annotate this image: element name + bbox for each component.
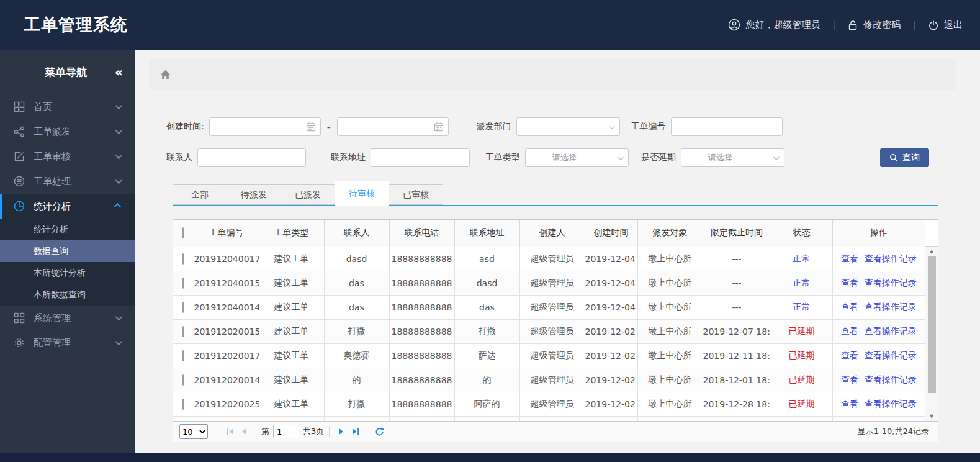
view-link[interactable]: 查看 bbox=[841, 253, 858, 263]
view-log-link[interactable]: 查看操作记录 bbox=[865, 326, 917, 336]
view-log-link[interactable]: 查看操作记录 bbox=[865, 399, 917, 409]
cell-create-time: 2019-12-04 15 bbox=[585, 247, 637, 271]
sidebar-item-order-review[interactable]: 工单审核 bbox=[0, 144, 135, 169]
cell-type: 建议工单 bbox=[259, 319, 324, 343]
row-checkbox[interactable] bbox=[182, 253, 184, 265]
tab-reviewed[interactable]: 已审核 bbox=[389, 184, 443, 205]
sidebar-subitem-data-query[interactable]: 数据查询 bbox=[0, 240, 135, 262]
create-time-end-input[interactable] bbox=[337, 117, 449, 136]
search-icon bbox=[889, 153, 898, 162]
first-page-button[interactable] bbox=[223, 425, 237, 438]
cell-address: asd bbox=[454, 247, 519, 271]
sidebar-item-system-mgmt[interactable]: 系统管理 bbox=[0, 306, 135, 330]
view-log-link[interactable]: 查看操作记录 bbox=[865, 374, 917, 384]
cell-actions: 查看查看操作记录 bbox=[832, 392, 925, 416]
row-select-cell bbox=[173, 368, 194, 392]
cell-empty bbox=[324, 416, 389, 421]
order-no-input[interactable] bbox=[671, 117, 783, 136]
create-time-label: 创建时间: bbox=[166, 121, 204, 132]
view-link[interactable]: 查看 bbox=[841, 399, 858, 409]
sidebar-subitem-stats-analysis-sub[interactable]: 统计分析 bbox=[0, 219, 135, 240]
address-input[interactable] bbox=[371, 148, 470, 167]
cell-status: 已延期 bbox=[771, 343, 832, 368]
table-row: 201912040014C建议工单das18888888888das超级管理员2… bbox=[173, 295, 925, 319]
scroll-up-icon[interactable]: ▲ bbox=[925, 248, 938, 254]
sidebar-item-label: 配置管理 bbox=[34, 337, 71, 349]
user-greeting[interactable]: 您好，超级管理员 bbox=[728, 19, 820, 31]
order-type-select[interactable]: -------请选择------- bbox=[525, 148, 629, 167]
sidebar-item-config-mgmt[interactable]: 配置管理 bbox=[0, 330, 135, 355]
cell-status: 正常 bbox=[771, 271, 832, 295]
contact-input[interactable] bbox=[197, 148, 306, 167]
cell-type: 建议工单 bbox=[259, 271, 324, 295]
main-content: 创建时间: - 派发部门 bbox=[135, 50, 980, 453]
cell-actions: 查看查看操作记录 bbox=[832, 368, 925, 392]
view-log-link[interactable]: 查看操作记录 bbox=[865, 253, 917, 263]
cell-creator: 超级管理员 bbox=[519, 392, 585, 416]
next-page-button[interactable] bbox=[335, 425, 348, 438]
search-button[interactable]: 查询 bbox=[880, 148, 929, 167]
prev-page-button[interactable] bbox=[237, 425, 251, 438]
table-row: 201912020015C建议工单打撒18888888888打撒超级管理员201… bbox=[173, 319, 925, 343]
view-link[interactable]: 查看 bbox=[841, 374, 858, 384]
view-log-link[interactable]: 查看操作记录 bbox=[865, 278, 917, 288]
cell-order-no: 201912020014C bbox=[194, 368, 259, 392]
breadcrumb bbox=[149, 59, 956, 90]
select-all-checkbox[interactable] bbox=[182, 227, 184, 238]
calendar-icon[interactable] bbox=[306, 122, 316, 132]
view-log-link[interactable]: 查看操作记录 bbox=[865, 302, 917, 312]
sidebar-item-home[interactable]: 首页 bbox=[0, 94, 135, 119]
view-link[interactable]: 查看 bbox=[841, 350, 858, 360]
cell-contact: das bbox=[324, 295, 389, 319]
refresh-button[interactable] bbox=[372, 425, 386, 438]
grid-icon bbox=[13, 101, 25, 112]
row-checkbox[interactable] bbox=[182, 326, 184, 337]
cell-create-time: 2019-12-02 16 bbox=[585, 319, 637, 343]
dispatch-dept-label: 派发部门 bbox=[477, 121, 511, 132]
row-checkbox[interactable] bbox=[182, 399, 184, 410]
row-checkbox[interactable] bbox=[182, 302, 184, 313]
current-page-input[interactable] bbox=[273, 425, 299, 438]
cell-order-no: 201912020025C bbox=[194, 392, 259, 416]
calendar-icon[interactable] bbox=[434, 122, 444, 132]
create-time-start-input[interactable] bbox=[209, 117, 321, 136]
tab-pending-review[interactable]: 待审核 bbox=[335, 181, 389, 206]
sidebar-item-stats-analysis[interactable]: 统计分析 bbox=[0, 194, 135, 219]
last-page-button[interactable] bbox=[348, 425, 362, 438]
view-link[interactable]: 查看 bbox=[841, 278, 858, 288]
vertical-scrollbar[interactable]: ▲ ▼ bbox=[925, 247, 938, 421]
cell-create-time: 2019-12-04 15 bbox=[585, 271, 637, 295]
sidebar-nav: 首页工单派发工单审核工单处理统计分析统计分析数据查询本所统计分析本所数据查询系统… bbox=[0, 94, 135, 355]
home-icon[interactable] bbox=[160, 70, 171, 80]
tab-pending-dispatch[interactable]: 待派发 bbox=[227, 184, 281, 205]
dispatch-dept-select[interactable] bbox=[516, 117, 620, 136]
view-link[interactable]: 查看 bbox=[841, 302, 858, 312]
logout-button[interactable]: 退出 bbox=[928, 19, 963, 31]
row-select-cell bbox=[173, 343, 194, 368]
cell-status: 正常 bbox=[771, 295, 832, 319]
sidebar-subitem-local-data-query[interactable]: 本所数据查询 bbox=[0, 284, 135, 306]
sidebar: 菜单导航 « 首页工单派发工单审核工单处理统计分析统计分析数据查询本所统计分析本… bbox=[0, 50, 135, 453]
sidebar-collapse-icon[interactable]: « bbox=[115, 65, 122, 79]
tab-dispatched[interactable]: 已派发 bbox=[281, 184, 335, 205]
sidebar-item-order-process[interactable]: 工单处理 bbox=[0, 169, 135, 194]
sidebar-subitem-local-stats-analysis[interactable]: 本所统计分析 bbox=[0, 262, 135, 284]
view-log-link[interactable]: 查看操作记录 bbox=[865, 350, 917, 360]
row-checkbox[interactable] bbox=[182, 350, 184, 361]
scroll-down-icon[interactable]: ▼ bbox=[925, 414, 938, 419]
row-checkbox[interactable] bbox=[182, 374, 184, 386]
view-link[interactable]: 查看 bbox=[841, 326, 858, 336]
status-badge: 已延期 bbox=[789, 350, 815, 360]
status-badge: 已延期 bbox=[789, 326, 815, 336]
cell-address: das bbox=[454, 295, 519, 319]
sidebar-item-order-dispatch[interactable]: 工单派发 bbox=[0, 119, 135, 144]
row-select-cell bbox=[173, 416, 194, 421]
page-size-select[interactable]: 10 bbox=[179, 424, 208, 439]
row-checkbox[interactable] bbox=[182, 278, 184, 289]
cell-actions: 查看查看操作记录 bbox=[832, 295, 925, 319]
tab-all[interactable]: 全部 bbox=[173, 184, 227, 205]
change-password-button[interactable]: 修改密码 bbox=[848, 19, 901, 31]
column-header: 状态 bbox=[771, 220, 832, 247]
delay-select[interactable]: -------请选择------- bbox=[681, 148, 784, 167]
scrollbar-thumb[interactable] bbox=[928, 256, 936, 393]
